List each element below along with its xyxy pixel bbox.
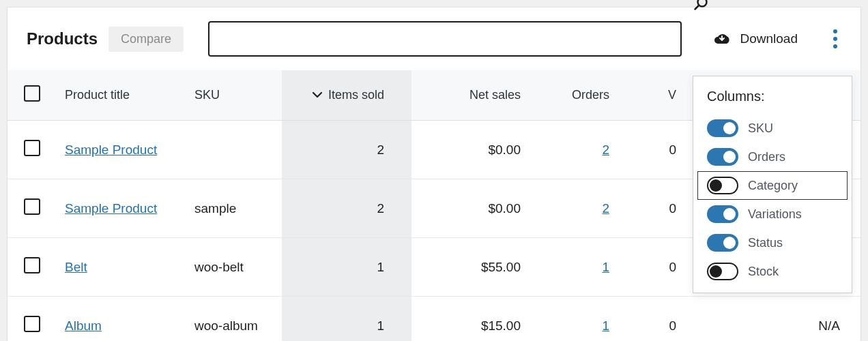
cell-net: $55.00 (411, 238, 548, 297)
orders-link[interactable]: 2 (602, 143, 609, 157)
cell-sku (186, 121, 282, 179)
cell-sku: woo-album (186, 297, 282, 342)
column-header-title[interactable]: Product title (57, 70, 186, 121)
row-checkbox[interactable] (24, 257, 40, 273)
toggle-label: Status (748, 236, 783, 250)
column-toggle[interactable] (707, 177, 738, 194)
search-icon (693, 0, 709, 14)
products-panel: Products Compare Download (7, 7, 861, 341)
cell-v: 0 (630, 297, 684, 342)
svg-line-1 (695, 5, 699, 10)
toggle-label: Stock (748, 265, 779, 279)
select-all-checkbox[interactable] (24, 85, 40, 102)
product-link[interactable]: Belt (65, 260, 87, 274)
column-toggle[interactable] (707, 234, 738, 252)
toggle-label: Orders (748, 150, 785, 164)
cell-items: 2 (282, 121, 411, 179)
cell-items: 1 (282, 297, 411, 342)
cell-net: $0.00 (411, 179, 548, 238)
column-header-truncated[interactable]: V (630, 70, 684, 121)
cell-sku: sample (186, 179, 282, 238)
column-toggle[interactable] (707, 263, 738, 280)
orders-link[interactable]: 1 (602, 260, 609, 274)
cell-rest: N/A (684, 297, 860, 342)
column-toggle-row: Stock (693, 257, 852, 286)
column-toggle[interactable] (707, 148, 738, 166)
svg-point-0 (697, 0, 706, 7)
toggle-label: SKU (748, 121, 773, 136)
download-icon (713, 30, 731, 48)
row-checkbox[interactable] (24, 198, 40, 215)
cell-items: 1 (282, 238, 411, 297)
column-toggle-row: Orders (693, 143, 852, 171)
row-checkbox[interactable] (24, 316, 40, 332)
toggle-label: Variations (748, 207, 802, 222)
column-header-net-sales[interactable]: Net sales (411, 70, 548, 121)
orders-link[interactable]: 1 (602, 318, 609, 333)
column-toggle-row: Status (693, 228, 852, 257)
column-header-items-sold[interactable]: Items sold (282, 70, 411, 121)
search-wrap (208, 21, 681, 57)
product-link[interactable]: Sample Product (65, 201, 157, 216)
column-toggle-row: Variations (693, 200, 852, 228)
cell-v: 0 (630, 121, 684, 179)
chevron-down-icon (312, 88, 323, 102)
column-toggle[interactable] (707, 205, 738, 223)
table-row: Albumwoo-album1$15.0010N/A (8, 297, 860, 342)
cell-net: $0.00 (411, 121, 548, 179)
product-link[interactable]: Sample Product (65, 143, 157, 157)
toggle-label: Category (748, 179, 798, 193)
columns-popover: Columns: SKUOrdersCategoryVariationsStat… (693, 76, 852, 293)
row-checkbox[interactable] (24, 140, 40, 156)
orders-link[interactable]: 2 (602, 201, 609, 216)
compare-button[interactable]: Compare (108, 27, 184, 52)
column-header-orders[interactable]: Orders (548, 70, 630, 121)
cell-v: 0 (630, 179, 684, 238)
download-button[interactable]: Download (713, 30, 798, 48)
column-toggle[interactable] (707, 119, 738, 137)
cell-items: 2 (282, 179, 411, 238)
column-toggle-row: SKU (693, 114, 852, 143)
popover-title: Columns: (693, 89, 852, 114)
page-title: Products (27, 29, 98, 48)
cell-v: 0 (630, 238, 684, 297)
cell-sku: woo-belt (186, 238, 282, 297)
product-link[interactable]: Album (65, 318, 102, 333)
column-header-sku[interactable]: SKU (186, 70, 282, 121)
search-input[interactable] (208, 21, 681, 57)
download-label: Download (740, 31, 798, 46)
header-bar: Products Compare Download (8, 8, 860, 70)
kebab-menu-button[interactable] (829, 25, 841, 53)
cell-net: $15.00 (411, 297, 548, 342)
column-toggle-row: Category (697, 171, 848, 200)
